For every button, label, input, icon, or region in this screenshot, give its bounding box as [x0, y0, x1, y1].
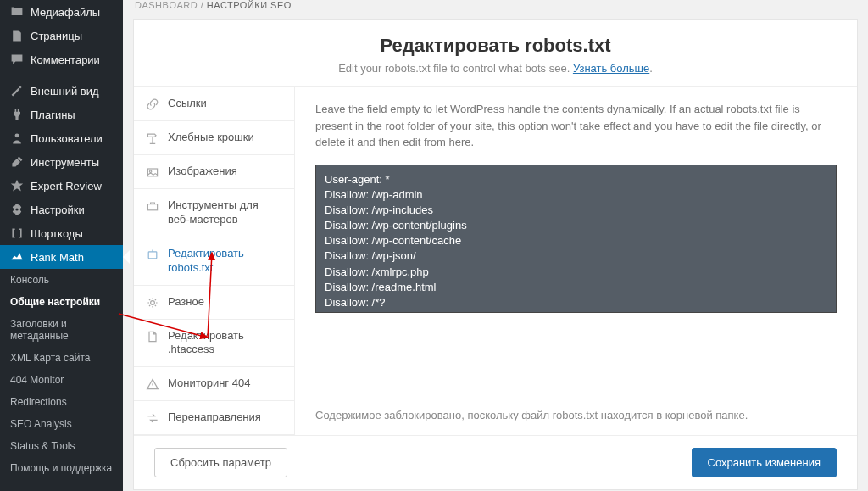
warning-icon	[146, 377, 161, 391]
tab-label: Мониторинг 404	[168, 377, 250, 391]
sidebar-item-media[interactable]: Медиафайлы	[0, 0, 123, 24]
sidebar-item-rank-math[interactable]: Rank Math	[0, 245, 123, 269]
submenu-redirections[interactable]: Redirections	[0, 391, 123, 413]
svg-point-3	[149, 170, 151, 172]
learn-more-link[interactable]: Узнать больше	[573, 62, 649, 75]
wp-admin-sidebar: Медиафайлы Страницы Комментарии Внешний …	[0, 0, 123, 491]
tab-edit-robots[interactable]: Редактировать robots.txt	[134, 237, 294, 286]
sidebar-item-settings[interactable]: Настройки	[0, 198, 123, 221]
sidebar-item-label: Rank Math	[31, 251, 84, 264]
sidebar-item-label: Медиафайлы	[31, 6, 100, 19]
sidebar-item-appearance[interactable]: Внешний вид	[0, 75, 123, 103]
sidebar-item-tools[interactable]: Инструменты	[0, 150, 123, 174]
submenu-seo-analysis[interactable]: SEO Analysis	[0, 413, 123, 435]
sidebar-item-label: Инструменты	[31, 156, 99, 169]
sidebar-item-users[interactable]: Пользователи	[0, 126, 123, 150]
images-icon	[146, 165, 161, 179]
sidebar-item-label: Пользователи	[31, 132, 103, 145]
blocked-notice: Содержимое заблокировано, поскольку файл…	[315, 409, 837, 421]
tab-label: Разное	[168, 295, 204, 310]
sidebar-item-label: Настройки	[31, 204, 85, 216]
tab-redirects[interactable]: Перенаправления	[134, 401, 294, 435]
tab-label: Редактировать .htaccess	[168, 329, 282, 358]
sidebar-item-label: Шорткоды	[31, 227, 83, 240]
media-icon	[8, 5, 25, 19]
save-button[interactable]: Сохранить изменения	[692, 448, 837, 477]
breadcrumb: DASHBOARD / НАСТРОЙКИ SEO	[123, 0, 868, 19]
tab-breadcrumbs[interactable]: Хлебные крошки	[134, 121, 294, 155]
tab-links[interactable]: Ссылки	[134, 87, 294, 121]
reset-button[interactable]: Сбросить параметр	[154, 448, 287, 477]
svg-rect-2	[147, 169, 157, 176]
rank-math-icon	[8, 250, 25, 264]
sidebar-item-plugins[interactable]: Плагины	[0, 103, 123, 126]
briefcase-icon	[146, 199, 161, 213]
tab-label: Инструменты для веб-мастеров	[168, 198, 282, 227]
submenu-404-monitor[interactable]: 404 Monitor	[0, 369, 123, 391]
sidebar-item-label: Expert Review	[31, 180, 102, 192]
tools-icon	[8, 155, 25, 169]
svg-point-0	[15, 133, 19, 137]
breadcrumb-sep: /	[198, 0, 207, 10]
submenu-status-tools[interactable]: Status & Tools	[0, 435, 123, 457]
breadcrumb-current: НАСТРОЙКИ SEO	[207, 0, 292, 10]
submenu-titles-meta[interactable]: Заголовки и метаданные	[0, 313, 123, 347]
field-description: Leave the field empty to let WordPress h…	[315, 101, 837, 151]
sidebar-item-label: Страницы	[31, 30, 82, 42]
users-icon	[8, 131, 25, 145]
robots-textarea[interactable]	[315, 165, 837, 313]
comments-icon	[8, 53, 25, 66]
sidebar-item-shortcodes[interactable]: Шорткоды	[0, 221, 123, 245]
tab-404-monitor[interactable]: Мониторинг 404	[134, 367, 294, 401]
signpost-icon	[146, 131, 161, 145]
tab-label: Хлебные крошки	[168, 131, 254, 145]
shortcodes-icon	[8, 226, 25, 240]
breadcrumb-root[interactable]: DASHBOARD	[135, 0, 198, 10]
appearance-icon	[8, 84, 25, 98]
sidebar-item-label: Комментарии	[31, 53, 100, 66]
tab-misc[interactable]: Разное	[134, 286, 294, 320]
file-icon	[146, 330, 161, 343]
sidebar-item-label: Плагины	[31, 109, 75, 121]
tab-label: Изображения	[168, 165, 237, 179]
star-icon	[8, 179, 25, 192]
tab-images[interactable]: Изображения	[134, 155, 294, 189]
svg-point-6	[151, 300, 155, 304]
submenu-general-settings[interactable]: Общие настройки	[0, 291, 123, 313]
submenu-xml-sitemap[interactable]: XML Карта сайта	[0, 347, 123, 369]
settings-icon	[8, 203, 25, 216]
link-icon	[146, 98, 161, 111]
robot-icon	[146, 248, 161, 261]
tab-edit-htaccess[interactable]: Редактировать .htaccess	[134, 320, 294, 368]
sidebar-item-label: Внешний вид	[31, 85, 99, 98]
plugins-icon	[8, 108, 25, 121]
gear-icon	[146, 296, 161, 310]
tab-label: Перенаправления	[168, 410, 261, 425]
svg-rect-4	[147, 204, 157, 210]
page-title: Редактировать robots.txt	[151, 35, 840, 57]
page-subtitle: Edit your robots.txt file to control wha…	[151, 62, 840, 75]
settings-panel: Редактировать robots.txt Edit your robot…	[133, 19, 858, 490]
tab-webmaster-tools[interactable]: Инструменты для веб-мастеров	[134, 189, 294, 237]
submenu-help[interactable]: Помощь и поддержка	[0, 457, 123, 479]
tab-label: Редактировать robots.txt	[168, 247, 282, 276]
svg-point-1	[15, 208, 18, 210]
tab-label: Ссылки	[168, 97, 207, 111]
submenu-console[interactable]: Консоль	[0, 269, 123, 291]
settings-tabs: Ссылки Хлебные крошки Изображения Инстру…	[134, 87, 295, 435]
sidebar-item-pages[interactable]: Страницы	[0, 24, 123, 47]
pages-icon	[8, 29, 25, 42]
redirect-icon	[146, 411, 161, 425]
sidebar-item-comments[interactable]: Комментарии	[0, 47, 123, 71]
svg-rect-5	[148, 252, 157, 259]
sidebar-item-expert-review[interactable]: Expert Review	[0, 174, 123, 198]
